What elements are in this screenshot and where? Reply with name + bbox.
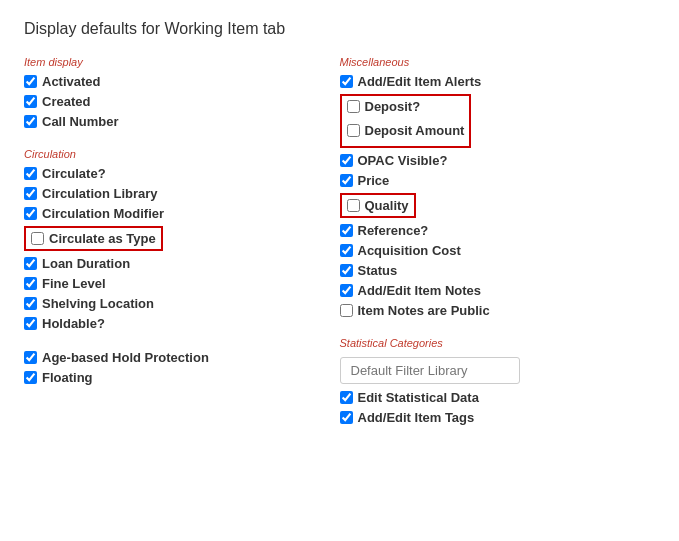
- checkbox-price: Price: [340, 173, 646, 188]
- checkbox-circulate: Circulate?: [24, 166, 330, 181]
- fine-level-label[interactable]: Fine Level: [42, 276, 106, 291]
- activated-label[interactable]: Activated: [42, 74, 101, 89]
- circulate-checkbox[interactable]: [24, 167, 37, 180]
- add-edit-alerts-checkbox[interactable]: [340, 75, 353, 88]
- notes-public-label[interactable]: Item Notes are Public: [358, 303, 490, 318]
- loan-duration-label[interactable]: Loan Duration: [42, 256, 130, 271]
- checkbox-deposit-amount: Deposit Amount: [347, 123, 465, 138]
- item-display-label: Item display: [24, 56, 330, 68]
- checkbox-fine-level: Fine Level: [24, 276, 330, 291]
- checkbox-circ-library: Circulation Library: [24, 186, 330, 201]
- checkbox-circ-modifier: Circulation Modifier: [24, 206, 330, 221]
- add-edit-notes-label[interactable]: Add/Edit Item Notes: [358, 283, 482, 298]
- quality-highlight: Quality: [340, 193, 416, 218]
- right-column: Miscellaneous Add/Edit Item Alerts Depos…: [340, 56, 656, 430]
- edit-stat-data-label[interactable]: Edit Statistical Data: [358, 390, 479, 405]
- deposit-group-highlight: Deposit? Deposit Amount: [340, 94, 472, 148]
- reference-label[interactable]: Reference?: [358, 223, 429, 238]
- call-number-checkbox[interactable]: [24, 115, 37, 128]
- created-label[interactable]: Created: [42, 94, 90, 109]
- quality-label[interactable]: Quality: [365, 198, 409, 213]
- circ-library-checkbox[interactable]: [24, 187, 37, 200]
- circ-as-type-checkbox[interactable]: [31, 232, 44, 245]
- filter-library-input[interactable]: [340, 357, 520, 384]
- checkbox-edit-stat-data: Edit Statistical Data: [340, 390, 646, 405]
- acquisition-cost-label[interactable]: Acquisition Cost: [358, 243, 461, 258]
- opac-visible-checkbox[interactable]: [340, 154, 353, 167]
- loan-duration-checkbox[interactable]: [24, 257, 37, 270]
- floating-checkbox[interactable]: [24, 371, 37, 384]
- misc-label: Miscellaneous: [340, 56, 646, 68]
- age-hold-label[interactable]: Age-based Hold Protection: [42, 350, 209, 365]
- add-edit-notes-checkbox[interactable]: [340, 284, 353, 297]
- circulate-as-type-highlight: Circulate as Type: [24, 226, 163, 251]
- stat-cat-label: Statistical Categories: [340, 337, 646, 349]
- circ-as-type-label[interactable]: Circulate as Type: [49, 231, 156, 246]
- checkbox-call-number: Call Number: [24, 114, 330, 129]
- circ-library-label[interactable]: Circulation Library: [42, 186, 158, 201]
- checkbox-age-hold: Age-based Hold Protection: [24, 350, 330, 365]
- add-edit-alerts-label[interactable]: Add/Edit Item Alerts: [358, 74, 482, 89]
- activated-checkbox[interactable]: [24, 75, 37, 88]
- checkbox-status: Status: [340, 263, 646, 278]
- price-checkbox[interactable]: [340, 174, 353, 187]
- call-number-label[interactable]: Call Number: [42, 114, 119, 129]
- circ-modifier-label[interactable]: Circulation Modifier: [42, 206, 164, 221]
- shelving-location-label[interactable]: Shelving Location: [42, 296, 154, 311]
- checkbox-reference: Reference?: [340, 223, 646, 238]
- shelving-location-checkbox[interactable]: [24, 297, 37, 310]
- deposit-amount-label[interactable]: Deposit Amount: [365, 123, 465, 138]
- checkbox-add-edit-notes: Add/Edit Item Notes: [340, 283, 646, 298]
- checkbox-add-edit-alerts: Add/Edit Item Alerts: [340, 74, 646, 89]
- opac-visible-label[interactable]: OPAC Visible?: [358, 153, 448, 168]
- checkbox-loan-duration: Loan Duration: [24, 256, 330, 271]
- age-hold-checkbox[interactable]: [24, 351, 37, 364]
- checkbox-deposit: Deposit?: [347, 99, 465, 114]
- fine-level-checkbox[interactable]: [24, 277, 37, 290]
- reference-checkbox[interactable]: [340, 224, 353, 237]
- price-label[interactable]: Price: [358, 173, 390, 188]
- checkbox-holdable: Holdable?: [24, 316, 330, 331]
- acquisition-cost-checkbox[interactable]: [340, 244, 353, 257]
- holdable-label[interactable]: Holdable?: [42, 316, 105, 331]
- quality-checkbox[interactable]: [347, 199, 360, 212]
- circ-modifier-checkbox[interactable]: [24, 207, 37, 220]
- checkbox-floating: Floating: [24, 370, 330, 385]
- created-checkbox[interactable]: [24, 95, 37, 108]
- deposit-label[interactable]: Deposit?: [365, 99, 421, 114]
- status-label[interactable]: Status: [358, 263, 398, 278]
- add-edit-tags-label[interactable]: Add/Edit Item Tags: [358, 410, 475, 425]
- checkbox-notes-public: Item Notes are Public: [340, 303, 646, 318]
- circulation-label: Circulation: [24, 148, 330, 160]
- deposit-checkbox[interactable]: [347, 100, 360, 113]
- edit-stat-data-checkbox[interactable]: [340, 391, 353, 404]
- checkbox-acquisition-cost: Acquisition Cost: [340, 243, 646, 258]
- deposit-amount-checkbox[interactable]: [347, 124, 360, 137]
- checkbox-activated: Activated: [24, 74, 330, 89]
- circulate-label[interactable]: Circulate?: [42, 166, 106, 181]
- notes-public-checkbox[interactable]: [340, 304, 353, 317]
- checkbox-opac-visible: OPAC Visible?: [340, 153, 646, 168]
- checkbox-add-edit-tags: Add/Edit Item Tags: [340, 410, 646, 425]
- left-column: Item display Activated Created Call Numb…: [24, 56, 340, 390]
- add-edit-tags-checkbox[interactable]: [340, 411, 353, 424]
- holdable-checkbox[interactable]: [24, 317, 37, 330]
- page-title: Display defaults for Working Item tab: [24, 20, 655, 38]
- floating-label[interactable]: Floating: [42, 370, 93, 385]
- checkbox-shelving-location: Shelving Location: [24, 296, 330, 311]
- checkbox-created: Created: [24, 94, 330, 109]
- status-checkbox[interactable]: [340, 264, 353, 277]
